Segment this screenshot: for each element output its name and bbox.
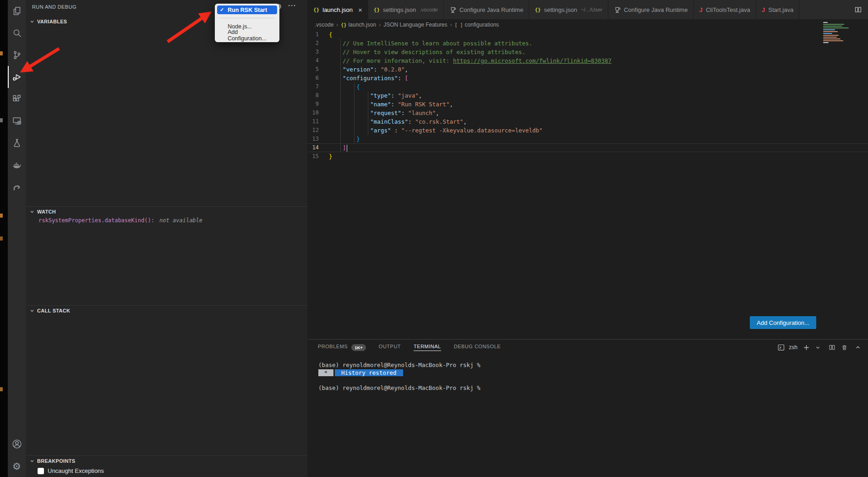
tab-label: CliToolsTest.java: [706, 6, 750, 13]
breakpoints-label: BREAKPOINTS: [37, 458, 75, 464]
split-editor-icon[interactable]: [848, 6, 868, 14]
java-file-icon: J: [762, 6, 765, 13]
call-stack-label: CALL STACK: [37, 308, 70, 313]
close-icon[interactable]: ×: [358, 6, 362, 13]
chevron-down-icon: [30, 19, 34, 24]
terminal-dropdown-chevron-icon[interactable]: [815, 345, 820, 350]
tab-configure-java-runtime[interactable]: Configure Java Runtime: [444, 0, 529, 19]
activity-accounts-icon[interactable]: [8, 433, 26, 455]
chevron-down-icon: [30, 308, 34, 313]
code-line: 4 // For more information, visit: https:…: [308, 56, 868, 65]
minimap-mark: [823, 42, 829, 43]
panel-actions: zsh: [777, 344, 868, 351]
menu-item-add-configuration-[interactable]: Add Configuration...: [217, 31, 277, 39]
more-actions-icon[interactable]: ⋯: [288, 0, 296, 11]
tab-label: Start.java: [768, 6, 793, 13]
panel-tab-terminal[interactable]: TERMINAL: [414, 344, 441, 351]
split-terminal-icon[interactable]: [829, 344, 835, 351]
tab-settings-json[interactable]: {}settings.json~/.../User: [529, 0, 608, 19]
minimap-mark: [823, 26, 842, 27]
line-number: 3: [308, 48, 329, 56]
shell-name: zsh: [789, 344, 797, 351]
menu-item-run-rsk-start[interactable]: ✓Run RSK Start: [217, 5, 277, 14]
indent-guide: [340, 39, 341, 152]
menu-separator: [219, 18, 275, 18]
breadcrumb-item[interactable]: {}launch.json: [341, 22, 376, 28]
line-number: 5: [308, 65, 329, 74]
tab-detail: .vscode: [420, 7, 438, 12]
breadcrumb-item[interactable]: .vscode: [315, 22, 333, 28]
activity-explorer-icon[interactable]: [8, 0, 26, 22]
minimap-mark: [823, 38, 841, 39]
tab-configure-java-runtime[interactable]: Configure Java Runtime: [608, 0, 693, 19]
breadcrumb-separator: ›: [379, 22, 381, 28]
breadcrumb-label: JSON Language Features: [383, 22, 447, 28]
minimap-mark: [823, 37, 837, 38]
panel-tab-bar: PROBLEMS1K+OUTPUTTERMINALDEBUG CONSOLE z…: [308, 340, 868, 355]
sidebar-title: RUN AND DEBUG: [32, 4, 76, 10]
line-number: 12: [308, 126, 329, 135]
uncaught-exceptions-checkbox[interactable]: [38, 468, 44, 474]
activity-gradle-icon[interactable]: [8, 176, 26, 198]
line-number: 6: [308, 74, 329, 82]
tab-launch-json[interactable]: {}launch.json×: [308, 0, 368, 19]
array-brackets-icon: [ ]: [455, 22, 463, 27]
code-line: 8 "type": "java",: [308, 91, 868, 100]
run-and-debug-sidebar: RUN AND DEBUG ⚙ ⋯ VARIABLES WATCH rskSys…: [26, 0, 308, 477]
activity-bar-spacer: [8, 198, 26, 433]
breakpoints-section-header[interactable]: BREAKPOINTS: [26, 455, 307, 466]
panel-tab-debug-console[interactable]: DEBUG CONSOLE: [454, 344, 501, 351]
minimap-mark: [823, 22, 828, 23]
panel-tab-problems[interactable]: PROBLEMS1K+: [318, 344, 366, 351]
uncaught-exceptions-label: Uncaught Exceptions: [48, 467, 104, 474]
terminal-icon: [777, 344, 785, 351]
activity-search-icon[interactable]: [8, 22, 26, 44]
code-line: 1{: [308, 30, 868, 39]
panel-tab-label: PROBLEMS: [318, 344, 348, 351]
json-braces-icon: {}: [313, 7, 319, 13]
tab-label: Configure Java Runtime: [624, 6, 688, 13]
activity-testing-icon[interactable]: [8, 132, 26, 154]
activity-settings-icon[interactable]: ⚙: [8, 455, 26, 477]
panel-tab-label: TERMINAL: [414, 344, 441, 351]
breakpoint-row: Uncaught Exceptions: [38, 467, 104, 474]
tab-clitoolstest-java[interactable]: JCliToolsTest.java: [693, 0, 756, 19]
watch-expression-row[interactable]: rskSystemProperties.databaseKind(): not …: [38, 217, 202, 224]
activity-extensions-icon[interactable]: [8, 88, 26, 110]
checkmark-icon: ✓: [220, 7, 226, 13]
panel-tab-output[interactable]: OUTPUT: [379, 344, 401, 351]
code-line: 13 }: [308, 135, 868, 143]
line-number: 13: [308, 135, 329, 143]
line-number: 7: [308, 82, 329, 91]
kill-terminal-trash-icon[interactable]: [841, 344, 848, 351]
add-configuration-button[interactable]: Add Configuration...: [750, 316, 816, 329]
java-runtime-cup-icon: [614, 6, 621, 13]
watch-section-header[interactable]: WATCH: [26, 206, 307, 216]
background-artifact: [0, 387, 3, 391]
activity-docker-icon[interactable]: [8, 154, 26, 176]
call-stack-section-header[interactable]: CALL STACK: [26, 305, 307, 315]
tab-label: Configure Java Runtime: [459, 6, 523, 13]
tab-label: launch.json: [322, 6, 353, 13]
chevron-down-icon: [30, 209, 34, 214]
minimap-mark: [823, 24, 844, 25]
activity-source-control-icon[interactable]: [8, 44, 26, 66]
terminal-output[interactable]: (base) reynoldmorel@Reynolds-MacBook-Pro…: [318, 362, 480, 392]
java-file-icon: J: [699, 6, 703, 13]
breadcrumb-item[interactable]: [ ]configurations: [455, 22, 499, 28]
breadcrumb-item[interactable]: JSON Language Features: [383, 22, 447, 28]
maximize-panel-chevron-icon[interactable]: [855, 345, 861, 350]
menu-item-label: Add Configuration...: [228, 29, 274, 42]
new-terminal-icon[interactable]: [803, 344, 810, 351]
code-line: 5 "version": "0.2.0",: [308, 65, 868, 74]
breadcrumb-label: .vscode: [315, 22, 333, 28]
code-editor[interactable]: 1{2 // Use IntelliSense to learn about p…: [308, 30, 868, 161]
tab-start-java[interactable]: JStart.java: [756, 0, 799, 19]
line-number: 10: [308, 109, 329, 117]
activity-remote-explorer-icon[interactable]: [8, 110, 26, 132]
terminal-line: [318, 377, 480, 384]
tab-settings-json[interactable]: {}settings.json.vscode: [368, 0, 444, 19]
line-number: 11: [308, 117, 329, 126]
minimap[interactable]: [823, 22, 862, 44]
activity-run-and-debug-icon[interactable]: [8, 66, 26, 88]
